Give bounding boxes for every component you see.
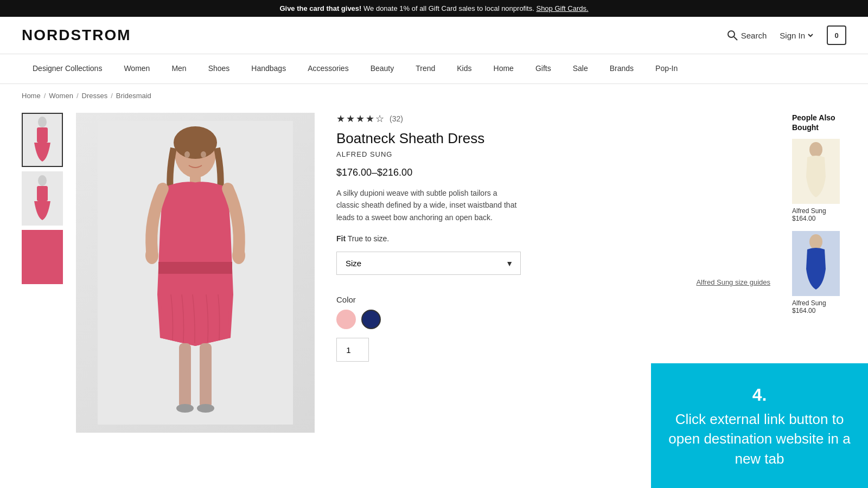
banner-bold-text: Give the card that gives! (279, 4, 361, 12)
top-banner: Give the card that gives! We donate 1% o… (0, 0, 868, 17)
breadcrumb-women[interactable]: Women (49, 92, 73, 100)
banner-link[interactable]: Shop Gift Cards. (536, 4, 588, 12)
nav-item-gifts[interactable]: Gifts (525, 54, 562, 84)
breadcrumb-home[interactable]: Home (22, 92, 41, 100)
svg-point-4 (38, 175, 47, 186)
product-brand[interactable]: ALFRED SUNG (336, 150, 770, 158)
related-item-2-image (792, 231, 840, 296)
star-rating: ★★★★☆ (336, 113, 385, 125)
color-swatches (336, 310, 770, 329)
related-section-title: People Also Bought (792, 113, 846, 132)
nav-item-beauty[interactable]: Beauty (360, 54, 405, 84)
thumbnail-list (22, 113, 65, 433)
svg-rect-3 (37, 127, 48, 143)
breadcrumb-sep-1: / (44, 92, 46, 100)
related-item-1-price: $164.00 (792, 215, 846, 222)
svg-point-17 (184, 151, 190, 158)
nav-item-men[interactable]: Men (161, 54, 197, 84)
svg-rect-5 (37, 186, 48, 201)
banner-regular-text: We donate 1% of all Gift Card sales to l… (363, 4, 534, 12)
quantity-wrapper: 1 (336, 338, 770, 362)
nav-item-shoes[interactable]: Shoes (197, 54, 241, 84)
cart-button[interactable]: 0 (827, 25, 846, 45)
thumb-1-image (29, 115, 56, 164)
svg-point-15 (176, 404, 194, 413)
logo[interactable]: NORDSTROM (22, 27, 131, 44)
thumbnail-2[interactable] (22, 171, 63, 226)
size-selector-wrapper: Size 0 2 4 6 8 10 12 14 ▼ (336, 252, 521, 275)
overlay-number: 4. (662, 383, 857, 407)
header-right: Search Sign In 0 (727, 25, 846, 45)
overlay-message: Click external link button to open desti… (668, 411, 850, 467)
cart-count: 0 (834, 31, 838, 40)
main-product-image (76, 113, 315, 433)
fit-value-text: True to size. (348, 234, 390, 243)
svg-point-2 (38, 117, 47, 127)
nav-item-kids[interactable]: Kids (446, 54, 482, 84)
product-description: A silky dupioni weave with subtle polish… (336, 187, 521, 223)
related-item-2-svg (792, 231, 840, 296)
svg-rect-14 (200, 343, 212, 408)
color-section: Color (336, 295, 770, 329)
quantity-input[interactable]: 1 (336, 338, 369, 362)
nav-item-accessories[interactable]: Accessories (297, 54, 359, 84)
nav-item-designer-collections[interactable]: Designer Collections (22, 54, 113, 84)
related-item-1[interactable]: Alfred Sung $164.00 (792, 139, 846, 222)
svg-point-18 (201, 151, 206, 158)
related-item-2[interactable]: Alfred Sung $164.00 (792, 231, 846, 314)
nav-item-home[interactable]: Home (483, 54, 525, 84)
nav-item-women[interactable]: Women (113, 54, 161, 84)
related-item-1-brand: Alfred Sung (792, 207, 846, 215)
related-item-1-svg (792, 139, 840, 204)
svg-point-8 (174, 126, 217, 159)
chevron-down-icon (807, 32, 814, 38)
sign-in-button[interactable]: Sign In (780, 31, 814, 40)
breadcrumb-dresses[interactable]: Dresses (82, 92, 108, 100)
product-price: $176.00–$216.00 (336, 167, 770, 178)
size-selector[interactable]: Size 0 2 4 6 8 10 12 14 (336, 252, 521, 275)
svg-point-11 (145, 247, 158, 264)
header: NORDSTROM Search Sign In 0 (0, 17, 868, 54)
svg-rect-13 (179, 343, 191, 408)
svg-point-12 (232, 247, 245, 264)
thumb-2-image (29, 174, 56, 223)
related-item-1-image (792, 139, 840, 204)
review-count: (32) (390, 114, 403, 123)
thumbnail-3[interactable] (22, 230, 63, 284)
breadcrumb: Home / Women / Dresses / Bridesmaid (0, 84, 868, 107)
breadcrumb-current: Bridesmaid (116, 92, 151, 100)
product-title: Boatneck Sheath Dress (336, 130, 770, 147)
svg-point-0 (728, 31, 735, 37)
sign-in-label: Sign In (780, 31, 805, 40)
nav-item-brands[interactable]: Brands (599, 54, 644, 84)
nav-item-sale[interactable]: Sale (562, 54, 599, 84)
svg-point-20 (809, 142, 822, 157)
main-nav: Designer Collections Women Men Shoes Han… (0, 54, 868, 84)
search-label: Search (741, 31, 767, 40)
overlay-tooltip: 4. Click external link button to open de… (651, 363, 868, 488)
search-icon (727, 30, 738, 41)
nav-item-trend[interactable]: Trend (405, 54, 446, 84)
overlay-text: 4. Click external link button to open de… (662, 383, 857, 468)
size-guide-link[interactable]: Alfred Sung size guides (336, 278, 770, 286)
svg-point-22 (809, 234, 822, 249)
related-item-2-price: $164.00 (792, 307, 846, 314)
breadcrumb-sep-2: / (76, 92, 79, 100)
fit-label: Fit (336, 234, 346, 243)
color-swatch-navy[interactable] (361, 310, 381, 329)
color-swatch-blush[interactable] (336, 310, 356, 329)
related-item-2-brand: Alfred Sung (792, 299, 846, 307)
svg-line-1 (734, 37, 737, 40)
rating-row: ★★★★☆ (32) (336, 113, 770, 125)
nav-item-handbags[interactable]: Handbags (240, 54, 297, 84)
search-button[interactable]: Search (727, 30, 767, 41)
color-label: Color (336, 295, 770, 304)
fit-row: Fit True to size. (336, 234, 770, 243)
svg-rect-10 (158, 262, 232, 274)
thumbnail-1[interactable] (22, 113, 63, 167)
product-model-svg (98, 121, 293, 425)
svg-point-16 (197, 404, 214, 413)
nav-item-popin[interactable]: Pop-In (644, 54, 688, 84)
breadcrumb-sep-3: / (111, 92, 113, 100)
